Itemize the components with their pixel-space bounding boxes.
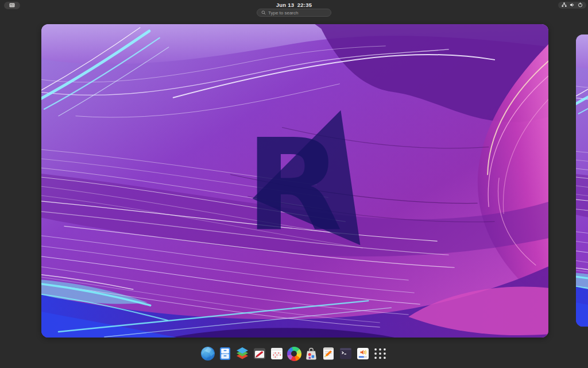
gnome-activities-overview: { "topbar": { "clock": "Jun 13 22:35", "… [0,0,588,368]
clock[interactable]: Jun 13 22:35 [0,2,588,8]
dock-item-calendar[interactable] [269,346,284,361]
wallpaper [41,24,548,338]
show-apps-button[interactable] [373,346,388,361]
calendar-icon [269,346,284,361]
dock-item-media-player[interactable] [355,346,370,361]
workspace-preview-2-partial[interactable] [576,34,588,327]
dock-item-notes[interactable] [252,346,267,361]
photos-pinwheel-icon [287,347,301,361]
file-manager-cabinet-icon [218,346,233,361]
network-wired-icon [562,2,567,7]
dash-dock [200,346,388,361]
software-store-bag-icon [304,346,319,361]
web-browser-globe-icon [200,346,215,361]
dock-item-text-editor[interactable] [321,346,336,361]
terminal-console-icon [338,346,353,361]
search-bar[interactable] [257,9,331,17]
system-status-area[interactable] [558,2,586,9]
dock-item-files[interactable] [218,346,233,361]
search-icon [261,10,266,15]
dock-item-office-suite[interactable] [235,346,250,361]
search-input[interactable] [268,10,327,16]
dock-item-software[interactable] [304,346,319,361]
notes-red-pen-icon [252,346,267,361]
dock-item-web-browser[interactable] [200,346,215,361]
text-editor-pencil-icon [321,346,336,361]
media-player-icon [355,346,370,361]
volume-icon [570,2,575,7]
wallpaper [576,34,588,327]
dock-item-photos[interactable] [287,346,301,361]
power-icon [578,2,583,7]
show-apps-grid-icon [373,346,388,361]
top-bar: Jun 13 22:35 [0,0,588,9]
workspace-preview-1[interactable] [41,24,548,338]
office-suite-layers-icon [235,346,250,361]
dock-item-terminal[interactable] [338,346,353,361]
